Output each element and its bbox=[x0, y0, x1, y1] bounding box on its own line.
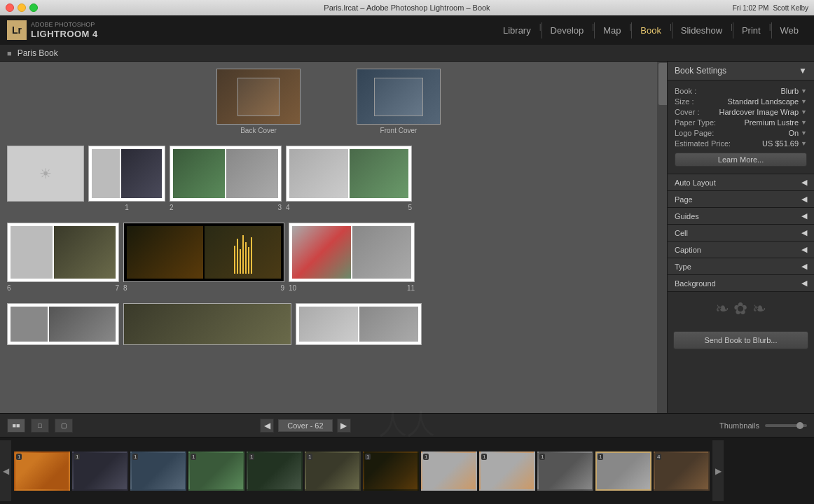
thumbnails-label: Thumbnails bbox=[719, 421, 759, 430]
film-thumb-2[interactable]: 1 bbox=[72, 451, 128, 491]
page-13-area bbox=[123, 303, 291, 347]
spread-row-1: ☀ 1 bbox=[7, 140, 650, 217]
caption-section[interactable]: Caption ◀ bbox=[668, 241, 814, 258]
page-nav: ◀ Cover - 62 ▶ bbox=[260, 419, 350, 433]
nav-develop[interactable]: Develop bbox=[541, 22, 593, 38]
size-label: Size : bbox=[675, 97, 694, 106]
paper-label: Paper Type: bbox=[675, 118, 716, 127]
thumb-slider-handle[interactable] bbox=[796, 422, 803, 429]
film-thumb-3[interactable]: 1 bbox=[130, 451, 186, 491]
single-view-button[interactable]: ▢ bbox=[55, 419, 73, 433]
page-14-area bbox=[296, 303, 422, 347]
page-4-5: 45 bbox=[286, 146, 412, 211]
spread-row-3 bbox=[7, 298, 650, 353]
nav-print[interactable]: Print bbox=[733, 22, 769, 38]
maximize-button[interactable] bbox=[29, 4, 38, 12]
film-thumb-1[interactable]: 1 bbox=[14, 451, 70, 491]
filmstrip-scroll-right[interactable]: ▶ bbox=[712, 440, 724, 501]
film-thumb-8[interactable]: 1 bbox=[421, 451, 477, 491]
film-thumb-7[interactable]: 1 bbox=[363, 451, 419, 491]
nav-library[interactable]: Library bbox=[495, 22, 539, 38]
canvas-scrollbar[interactable] bbox=[657, 62, 667, 413]
cover-value[interactable]: Hardcover Image Wrap ▼ bbox=[719, 108, 807, 116]
titlebar-right: Fri 1:02 PM Scott Kelby bbox=[733, 4, 808, 12]
background-arrow: ◀ bbox=[801, 279, 807, 288]
page-6-7: 67 bbox=[7, 223, 119, 292]
film-thumb-12[interactable]: 4 bbox=[654, 451, 710, 491]
caption-label: Caption bbox=[675, 246, 701, 254]
logo-row: Logo Page: On ▼ bbox=[675, 129, 807, 137]
titlebar: Paris.lrcat – Adobe Photoshop Lightroom … bbox=[0, 0, 814, 15]
cover-label: Cover : bbox=[675, 108, 699, 116]
film-thumb-badge-10: 1 bbox=[539, 454, 545, 460]
logo-area: Lr ADOBE PHOTOSHOP LIGHTROOM 4 bbox=[7, 20, 98, 40]
cover-row: Cover : Hardcover Image Wrap ▼ bbox=[675, 108, 807, 116]
book-row: Book : Blurb ▼ bbox=[675, 87, 807, 95]
nav-book[interactable]: Book bbox=[631, 22, 670, 38]
close-button[interactable] bbox=[6, 4, 14, 12]
front-cover-page[interactable] bbox=[357, 69, 441, 125]
panel-header: Book Settings ▼ bbox=[668, 62, 814, 80]
film-thumb-5[interactable]: 1 bbox=[247, 451, 303, 491]
film-thumb-11[interactable]: 1 bbox=[595, 451, 651, 491]
page-12-area bbox=[7, 303, 119, 347]
type-section[interactable]: Type ◀ bbox=[668, 258, 814, 275]
page-8-9: 89 bbox=[123, 223, 284, 292]
send-book-button[interactable]: Send Book to Blurb... bbox=[673, 331, 808, 349]
minimize-button[interactable] bbox=[18, 4, 26, 12]
filmstrip-scroll-left[interactable]: ◀ bbox=[0, 440, 11, 501]
background-section[interactable]: Background ◀ bbox=[668, 275, 814, 292]
learn-more-button[interactable]: Learn More... bbox=[675, 153, 807, 167]
size-value[interactable]: Standard Landscape ▼ bbox=[728, 97, 807, 106]
prev-page-button[interactable]: ◀ bbox=[260, 419, 274, 433]
module-bar: ■ Paris Book bbox=[0, 45, 814, 62]
back-cover-page[interactable] bbox=[216, 69, 301, 125]
price-value: US $51.69 ▼ bbox=[762, 139, 807, 148]
film-thumb-9[interactable]: 1 bbox=[479, 451, 535, 491]
caption-arrow: ◀ bbox=[801, 245, 807, 254]
page-10-11: 1011 bbox=[289, 223, 415, 292]
grid-view-button[interactable]: ■■ bbox=[7, 419, 25, 433]
thumbnail-size-slider[interactable] bbox=[765, 424, 807, 427]
nav-slideshow[interactable]: Slideshow bbox=[672, 22, 731, 38]
bottom-toolbar: ■■ □ ▢ ◀ Cover - 62 ▶ Thumbnails bbox=[0, 413, 814, 437]
film-thumb-badge-1: 1 bbox=[16, 454, 22, 460]
traffic-lights[interactable] bbox=[6, 4, 38, 12]
logo-label: Logo Page: bbox=[675, 129, 714, 137]
nav-map[interactable]: Map bbox=[594, 22, 629, 38]
next-page-button[interactable]: ▶ bbox=[337, 419, 351, 433]
type-arrow: ◀ bbox=[801, 262, 807, 271]
background-label: Background bbox=[675, 279, 716, 288]
canvas-area[interactable]: Back Cover Front Cover ☀ bbox=[0, 62, 657, 413]
panel-header-arrow: ▼ bbox=[799, 66, 807, 76]
type-label: Type bbox=[675, 262, 691, 271]
ornament-decoration: ❧ ✿ ❧ bbox=[668, 292, 814, 326]
nav-web[interactable]: Web bbox=[771, 22, 808, 38]
logo-value[interactable]: On ▼ bbox=[788, 129, 807, 137]
paper-value[interactable]: Premium Lustre ▼ bbox=[744, 118, 807, 127]
auto-layout-section[interactable]: Auto Layout ◀ bbox=[668, 174, 814, 191]
film-thumb-4[interactable]: 1 bbox=[188, 451, 244, 491]
covers-row: Back Cover Front Cover bbox=[7, 69, 650, 140]
panel-header-title: Book Settings bbox=[675, 66, 726, 76]
back-cover-label: Back Cover bbox=[240, 127, 277, 134]
cell-section[interactable]: Cell ◀ bbox=[668, 225, 814, 241]
book-value[interactable]: Blurb ▼ bbox=[780, 87, 807, 95]
film-thumb-badge-6: 1 bbox=[307, 454, 312, 460]
guides-section[interactable]: Guides ◀ bbox=[668, 208, 814, 225]
price-label: Estimated Price: bbox=[675, 139, 731, 148]
book-label: Book : bbox=[675, 87, 696, 95]
page-section[interactable]: Page ◀ bbox=[668, 191, 814, 208]
app-logo: Lr bbox=[7, 20, 27, 40]
film-thumb-badge-4: 1 bbox=[191, 454, 196, 460]
cell-label: Cell bbox=[675, 229, 688, 237]
guides-arrow: ◀ bbox=[801, 211, 807, 220]
spread-view-button[interactable]: □ bbox=[31, 419, 49, 433]
film-thumb-badge-3: 1 bbox=[132, 454, 138, 460]
filmstrip: ◀ 1 1 1 1 1 1 1 1 1 1 1 bbox=[0, 437, 814, 504]
page-blank: ☀ bbox=[7, 146, 84, 211]
module-title: Paris Book bbox=[18, 48, 58, 58]
film-thumb-10[interactable]: 1 bbox=[537, 451, 593, 491]
film-thumb-badge-9: 1 bbox=[481, 454, 487, 460]
film-thumb-6[interactable]: 1 bbox=[305, 451, 361, 491]
